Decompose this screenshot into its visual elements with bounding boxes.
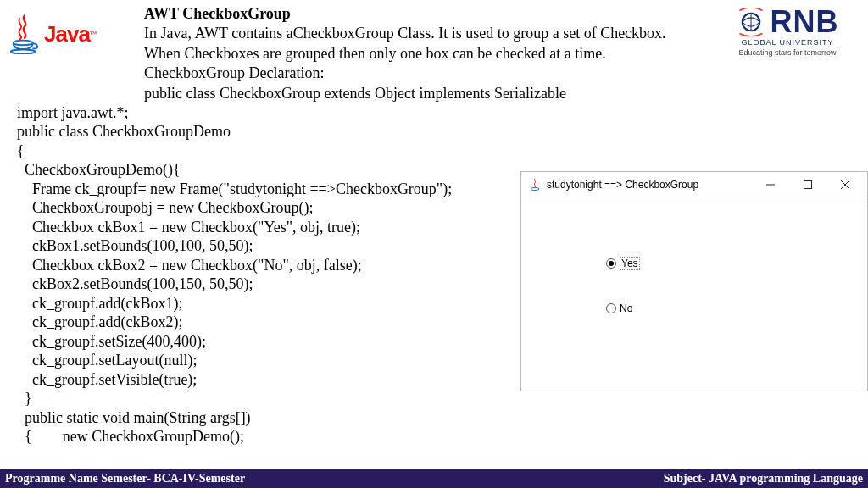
demo-window: studytonight ==> CheckboxGroup Yes No — [520, 171, 868, 391]
radio-label-yes: Yes — [620, 257, 640, 270]
java-wordmark: Java™ — [44, 21, 97, 47]
footer-left: Programme Name Semester- BCA-IV-Semester — [5, 472, 245, 485]
footer-right: Subject- JAVA programming Language — [664, 472, 863, 485]
svg-point-3 — [531, 187, 539, 190]
intro-text: AWT CheckboxGroup In Java, AWT contains … — [136, 4, 715, 103]
java-logo: Java™ — [8, 8, 97, 59]
footer-bar: Programme Name Semester- BCA-IV-Semester… — [0, 469, 868, 488]
rnb-globe-icon — [737, 8, 765, 36]
radio-label-no: No — [620, 302, 632, 314]
intro-line: In Java, AWT contains aCheckboxGroup Cla… — [144, 24, 707, 43]
svg-point-0 — [14, 41, 33, 46]
close-button[interactable] — [826, 173, 864, 197]
intro-title: AWT CheckboxGroup — [144, 4, 707, 24]
rnb-name: RNB — [771, 4, 839, 40]
radio-button-icon — [606, 258, 616, 269]
window-title: studytonight ==> CheckboxGroup — [547, 179, 752, 191]
radio-yes[interactable]: Yes — [606, 257, 867, 270]
close-icon — [841, 180, 849, 189]
rnb-logo: RNB GLOBAL UNIVERSITY Educating stars fo… — [715, 4, 860, 57]
intro-line: When Checkboxes are grouped then only on… — [144, 44, 707, 64]
java-app-icon — [528, 178, 542, 191]
java-cup-icon — [8, 14, 41, 54]
radio-no[interactable]: No — [606, 302, 867, 314]
titlebar: studytonight ==> CheckboxGroup — [521, 172, 867, 197]
maximize-button[interactable] — [789, 173, 826, 197]
intro-line: public class CheckboxGroup extends Objec… — [144, 84, 707, 103]
intro-line: CheckboxGroup Declaration: — [144, 64, 707, 83]
svg-rect-5 — [804, 180, 812, 188]
radio-group: Yes No — [521, 197, 867, 314]
header-row: Java™ AWT CheckboxGroup In Java, AWT con… — [0, 0, 868, 103]
radio-button-icon — [606, 303, 616, 313]
minimize-icon — [766, 180, 775, 189]
minimize-button[interactable] — [752, 173, 789, 197]
maximize-icon — [804, 180, 812, 189]
rnb-tagline: Educating stars for tomorrow — [715, 48, 860, 57]
svg-point-1 — [11, 50, 35, 54]
